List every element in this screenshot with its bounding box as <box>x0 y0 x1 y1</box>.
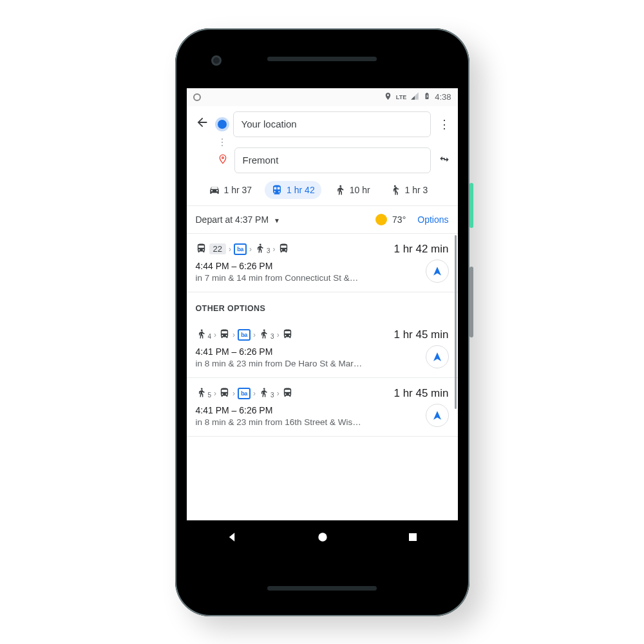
temperature-label: 73° <box>392 214 406 225</box>
start-navigation-button[interactable] <box>426 345 449 368</box>
mode-rideshare[interactable]: 1 hr 3 <box>383 181 435 199</box>
chevron-icon: › <box>214 389 216 398</box>
route-times: 4:41 PM – 6:26 PM <box>196 346 449 357</box>
walk-icon <box>254 243 265 256</box>
svg-point-6 <box>200 388 202 390</box>
svg-point-7 <box>263 388 265 390</box>
chevron-icon: › <box>214 330 216 339</box>
chevron-icon: › <box>229 245 231 254</box>
overflow-menu[interactable]: ⋮ <box>437 117 451 131</box>
front-camera <box>211 55 222 66</box>
dropdown-caret-icon: ▼ <box>274 217 280 224</box>
bus-icon <box>282 328 293 341</box>
bart-icon: ba <box>234 243 247 255</box>
chevron-icon: › <box>253 330 256 339</box>
chevron-icon: › <box>249 245 252 254</box>
bus-icon <box>196 243 207 256</box>
walk-minutes: 5 <box>208 392 212 399</box>
walk-icon <box>196 387 207 400</box>
bus-icon <box>219 328 230 341</box>
depart-time-label: Depart at 4:37 PM <box>196 214 269 225</box>
walk-icon <box>196 328 207 341</box>
svg-point-2 <box>393 185 395 187</box>
bus-icon <box>219 387 230 400</box>
walk-icon <box>258 387 269 400</box>
bus-route-badge: 22 <box>209 243 226 254</box>
chevron-icon: › <box>232 330 235 339</box>
mode-car-label: 1 hr 37 <box>224 185 252 195</box>
route-times: 4:44 PM – 6:26 PM <box>196 261 449 271</box>
svg-rect-9 <box>409 533 417 541</box>
svg-point-3 <box>260 243 261 245</box>
bus-icon <box>282 387 293 400</box>
android-home-button[interactable] <box>316 531 329 546</box>
battery-icon <box>423 91 431 102</box>
destination-input[interactable]: Fremont <box>234 147 431 173</box>
status-circle-icon <box>193 93 201 101</box>
svg-point-4 <box>200 329 202 331</box>
origin-label: Your location <box>242 118 297 129</box>
destination-pin-icon <box>218 154 228 167</box>
mode-walk[interactable]: 10 hr <box>328 181 377 199</box>
svg-point-1 <box>339 185 341 187</box>
chevron-icon: › <box>253 389 256 398</box>
route-times: 4:41 PM – 6:26 PM <box>196 405 449 415</box>
walk-minutes: 3 <box>267 247 270 254</box>
svg-point-8 <box>318 533 327 541</box>
mode-transit-label: 1 hr 42 <box>287 185 315 195</box>
route-item[interactable]: 22 › ba › 3 › 1 hr 42 min 4:44 PM – 6:26… <box>187 234 458 292</box>
walk-minutes: 3 <box>270 392 274 399</box>
route-item[interactable]: 4 › › ba › 3 › 1 hr 45 min 4:41 PM – 6:2… <box>187 319 458 378</box>
status-bar: LTE 4:38 <box>187 88 458 106</box>
android-recents-button[interactable] <box>407 531 419 545</box>
location-icon <box>384 92 392 102</box>
route-detail: in 8 min & 23 min from De Haro St & Mar… <box>196 359 449 368</box>
mode-car[interactable]: 1 hr 37 <box>202 181 259 199</box>
signal-icon <box>410 91 419 102</box>
travel-mode-tabs: 1 hr 37 1 hr 42 10 hr 1 hr 3 <box>193 173 451 205</box>
mode-rideshare-label: 1 hr 3 <box>405 185 428 195</box>
route-duration: 1 hr 45 min <box>393 387 448 400</box>
status-time: 4:38 <box>435 92 451 102</box>
speaker-bottom <box>267 586 377 591</box>
walk-minutes: 4 <box>208 333 212 340</box>
speaker-top <box>267 57 377 61</box>
depart-time-selector[interactable]: Depart at 4:37 PM ▼ <box>196 214 280 225</box>
scrollbar[interactable] <box>455 235 457 409</box>
route-connector-icon <box>218 136 227 149</box>
bus-icon <box>278 243 289 256</box>
power-button <box>469 183 473 228</box>
route-detail: in 7 min & 14 min from Connecticut St &… <box>196 273 449 283</box>
chevron-icon: › <box>277 389 279 398</box>
start-navigation-button[interactable] <box>426 404 449 427</box>
origin-input[interactable]: Your location <box>233 111 431 137</box>
weather-sun-icon <box>375 214 387 225</box>
back-button[interactable] <box>193 115 211 133</box>
mode-transit[interactable]: 1 hr 42 <box>265 181 321 199</box>
walk-minutes: 3 <box>270 333 274 340</box>
other-options-heading: OTHER OPTIONS <box>187 292 458 319</box>
svg-point-5 <box>263 329 265 331</box>
depart-row: Depart at 4:37 PM ▼ 73° Options <box>187 205 458 234</box>
route-item[interactable]: 5 › › ba › 3 › 1 hr 45 min 4:41 PM – 6:2… <box>187 378 458 437</box>
swap-button[interactable] <box>437 153 451 168</box>
destination-label: Fremont <box>243 155 279 166</box>
chevron-icon: › <box>277 330 279 339</box>
start-navigation-button[interactable] <box>426 260 449 283</box>
svg-point-0 <box>222 156 223 158</box>
route-duration: 1 hr 42 min <box>393 243 448 256</box>
directions-header: Your location ⋮ F <box>187 106 458 205</box>
route-list[interactable]: 22 › ba › 3 › 1 hr 42 min 4:44 PM – 6:26… <box>187 234 458 533</box>
phone-frame: LTE 4:38 Your location <box>175 28 469 616</box>
chevron-icon: › <box>273 245 276 254</box>
origin-dot-icon <box>218 120 227 129</box>
route-duration: 1 hr 45 min <box>393 328 448 341</box>
lte-label: LTE <box>396 94 406 100</box>
android-back-button[interactable] <box>225 531 238 546</box>
volume-button <box>469 267 473 337</box>
bart-icon: ba <box>238 388 251 399</box>
options-link[interactable]: Options <box>417 214 448 225</box>
walk-icon <box>258 328 269 341</box>
android-nav-bar <box>187 520 458 556</box>
mode-walk-label: 10 hr <box>350 185 370 195</box>
